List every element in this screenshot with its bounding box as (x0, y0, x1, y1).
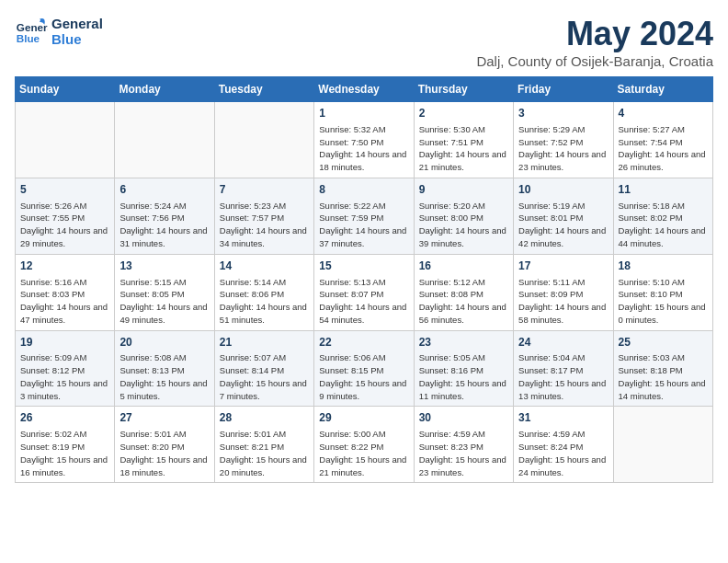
day-cell: 27Sunrise: 5:01 AM Sunset: 8:20 PM Dayli… (115, 407, 214, 483)
day-info: Sunrise: 5:13 AM Sunset: 8:07 PM Dayligh… (319, 276, 408, 327)
day-cell: 30Sunrise: 4:59 AM Sunset: 8:23 PM Dayli… (414, 407, 513, 483)
day-info: Sunrise: 5:12 AM Sunset: 8:08 PM Dayligh… (419, 276, 508, 327)
title-block: May 2024 Dalj, County of Osijek-Baranja,… (476, 15, 713, 69)
day-cell: 2Sunrise: 5:30 AM Sunset: 7:51 PM Daylig… (414, 102, 513, 178)
logo-icon: General Blue (15, 15, 48, 48)
calendar-table: SundayMondayTuesdayWednesdayThursdayFrid… (15, 76, 713, 483)
day-cell: 15Sunrise: 5:13 AM Sunset: 8:07 PM Dayli… (314, 254, 414, 330)
svg-text:Blue: Blue (17, 32, 40, 44)
day-number: 30 (419, 410, 508, 426)
week-row-3: 12Sunrise: 5:16 AM Sunset: 8:03 PM Dayli… (16, 254, 713, 330)
day-cell: 13Sunrise: 5:15 AM Sunset: 8:05 PM Dayli… (115, 254, 214, 330)
day-number: 29 (319, 410, 408, 426)
day-cell: 9Sunrise: 5:20 AM Sunset: 8:00 PM Daylig… (414, 178, 513, 254)
day-number: 1 (319, 106, 408, 121)
day-number: 20 (119, 335, 209, 350)
day-info: Sunrise: 5:14 AM Sunset: 8:06 PM Dayligh… (220, 276, 309, 327)
week-row-1: 1Sunrise: 5:32 AM Sunset: 7:50 PM Daylig… (16, 102, 713, 178)
day-header-wednesday: Wednesday (314, 77, 414, 102)
day-cell: 25Sunrise: 5:03 AM Sunset: 8:18 PM Dayli… (613, 330, 712, 407)
day-cell: 5Sunrise: 5:26 AM Sunset: 7:55 PM Daylig… (16, 178, 115, 254)
day-info: Sunrise: 5:11 AM Sunset: 8:09 PM Dayligh… (518, 276, 608, 327)
day-cell (115, 102, 214, 178)
day-cell: 17Sunrise: 5:11 AM Sunset: 8:09 PM Dayli… (514, 254, 613, 330)
day-info: Sunrise: 5:05 AM Sunset: 8:16 PM Dayligh… (419, 351, 508, 402)
day-cell: 12Sunrise: 5:16 AM Sunset: 8:03 PM Dayli… (16, 254, 115, 330)
day-number: 6 (119, 182, 209, 198)
day-info: Sunrise: 5:29 AM Sunset: 7:52 PM Dayligh… (518, 123, 608, 174)
calendar-title: May 2024 (476, 15, 713, 53)
day-info: Sunrise: 5:07 AM Sunset: 8:14 PM Dayligh… (220, 351, 309, 402)
day-header-sunday: Sunday (16, 77, 115, 102)
day-number: 16 (419, 259, 508, 274)
day-cell: 3Sunrise: 5:29 AM Sunset: 7:52 PM Daylig… (514, 102, 613, 178)
day-cell: 4Sunrise: 5:27 AM Sunset: 7:54 PM Daylig… (613, 102, 712, 178)
day-number: 26 (20, 410, 109, 426)
day-number: 19 (20, 335, 109, 350)
day-cell: 6Sunrise: 5:24 AM Sunset: 7:56 PM Daylig… (115, 178, 214, 254)
day-number: 2 (419, 106, 508, 121)
day-number: 5 (20, 182, 109, 198)
day-info: Sunrise: 5:23 AM Sunset: 7:57 PM Dayligh… (220, 200, 309, 250)
day-number: 21 (220, 335, 309, 350)
day-info: Sunrise: 5:18 AM Sunset: 8:02 PM Dayligh… (619, 200, 708, 250)
day-info: Sunrise: 5:03 AM Sunset: 8:18 PM Dayligh… (619, 351, 708, 402)
day-cell (613, 407, 712, 483)
day-number: 4 (619, 106, 708, 121)
day-cell: 11Sunrise: 5:18 AM Sunset: 8:02 PM Dayli… (613, 178, 712, 254)
day-info: Sunrise: 5:19 AM Sunset: 8:01 PM Dayligh… (518, 200, 608, 250)
day-number: 25 (619, 335, 708, 350)
day-info: Sunrise: 5:01 AM Sunset: 8:21 PM Dayligh… (220, 428, 309, 478)
day-info: Sunrise: 5:06 AM Sunset: 8:15 PM Dayligh… (319, 351, 408, 402)
header-row: SundayMondayTuesdayWednesdayThursdayFrid… (16, 77, 713, 102)
day-cell: 19Sunrise: 5:09 AM Sunset: 8:12 PM Dayli… (16, 330, 115, 407)
day-cell: 24Sunrise: 5:04 AM Sunset: 8:17 PM Dayli… (514, 330, 613, 407)
day-number: 15 (319, 259, 408, 274)
day-info: Sunrise: 5:20 AM Sunset: 8:00 PM Dayligh… (419, 200, 508, 250)
week-row-4: 19Sunrise: 5:09 AM Sunset: 8:12 PM Dayli… (16, 330, 713, 407)
calendar-subtitle: Dalj, County of Osijek-Baranja, Croatia (476, 53, 713, 69)
week-row-2: 5Sunrise: 5:26 AM Sunset: 7:55 PM Daylig… (16, 178, 713, 254)
day-cell: 16Sunrise: 5:12 AM Sunset: 8:08 PM Dayli… (414, 254, 513, 330)
day-info: Sunrise: 5:00 AM Sunset: 8:22 PM Dayligh… (319, 428, 408, 478)
day-info: Sunrise: 5:22 AM Sunset: 7:59 PM Dayligh… (319, 200, 408, 250)
day-number: 28 (220, 410, 309, 426)
day-header-saturday: Saturday (613, 77, 712, 102)
day-number: 17 (518, 259, 608, 274)
day-info: Sunrise: 5:30 AM Sunset: 7:51 PM Dayligh… (419, 123, 508, 174)
day-info: Sunrise: 5:08 AM Sunset: 8:13 PM Dayligh… (119, 351, 209, 402)
calendar-body: 1Sunrise: 5:32 AM Sunset: 7:50 PM Daylig… (16, 102, 713, 483)
day-number: 9 (419, 182, 508, 198)
day-info: Sunrise: 5:16 AM Sunset: 8:03 PM Dayligh… (20, 276, 109, 327)
day-info: Sunrise: 5:02 AM Sunset: 8:19 PM Dayligh… (20, 428, 109, 478)
calendar-header: SundayMondayTuesdayWednesdayThursdayFrid… (16, 77, 713, 102)
day-info: Sunrise: 5:27 AM Sunset: 7:54 PM Dayligh… (619, 123, 708, 174)
day-number: 18 (619, 259, 708, 274)
day-cell: 8Sunrise: 5:22 AM Sunset: 7:59 PM Daylig… (314, 178, 414, 254)
day-header-tuesday: Tuesday (214, 77, 313, 102)
week-row-5: 26Sunrise: 5:02 AM Sunset: 8:19 PM Dayli… (16, 407, 713, 483)
day-cell: 21Sunrise: 5:07 AM Sunset: 8:14 PM Dayli… (214, 330, 313, 407)
day-info: Sunrise: 5:09 AM Sunset: 8:12 PM Dayligh… (20, 351, 109, 402)
day-number: 22 (319, 335, 408, 350)
day-cell: 31Sunrise: 4:59 AM Sunset: 8:24 PM Dayli… (514, 407, 613, 483)
day-cell: 29Sunrise: 5:00 AM Sunset: 8:22 PM Dayli… (314, 407, 414, 483)
day-cell: 1Sunrise: 5:32 AM Sunset: 7:50 PM Daylig… (314, 102, 414, 178)
day-number: 31 (518, 410, 608, 426)
logo: General Blue General Blue (15, 15, 103, 48)
day-number: 23 (419, 335, 508, 350)
day-number: 27 (119, 410, 209, 426)
day-info: Sunrise: 5:32 AM Sunset: 7:50 PM Dayligh… (319, 123, 408, 174)
day-info: Sunrise: 5:26 AM Sunset: 7:55 PM Dayligh… (20, 200, 109, 250)
day-number: 8 (319, 182, 408, 198)
logo-blue: Blue (51, 31, 103, 47)
day-info: Sunrise: 5:10 AM Sunset: 8:10 PM Dayligh… (619, 276, 708, 327)
day-info: Sunrise: 4:59 AM Sunset: 8:24 PM Dayligh… (518, 428, 608, 478)
day-cell: 10Sunrise: 5:19 AM Sunset: 8:01 PM Dayli… (514, 178, 613, 254)
day-cell: 26Sunrise: 5:02 AM Sunset: 8:19 PM Dayli… (16, 407, 115, 483)
day-cell: 18Sunrise: 5:10 AM Sunset: 8:10 PM Dayli… (613, 254, 712, 330)
day-number: 11 (619, 182, 708, 198)
day-number: 12 (20, 259, 109, 274)
day-info: Sunrise: 5:01 AM Sunset: 8:20 PM Dayligh… (119, 428, 209, 478)
day-info: Sunrise: 5:04 AM Sunset: 8:17 PM Dayligh… (518, 351, 608, 402)
